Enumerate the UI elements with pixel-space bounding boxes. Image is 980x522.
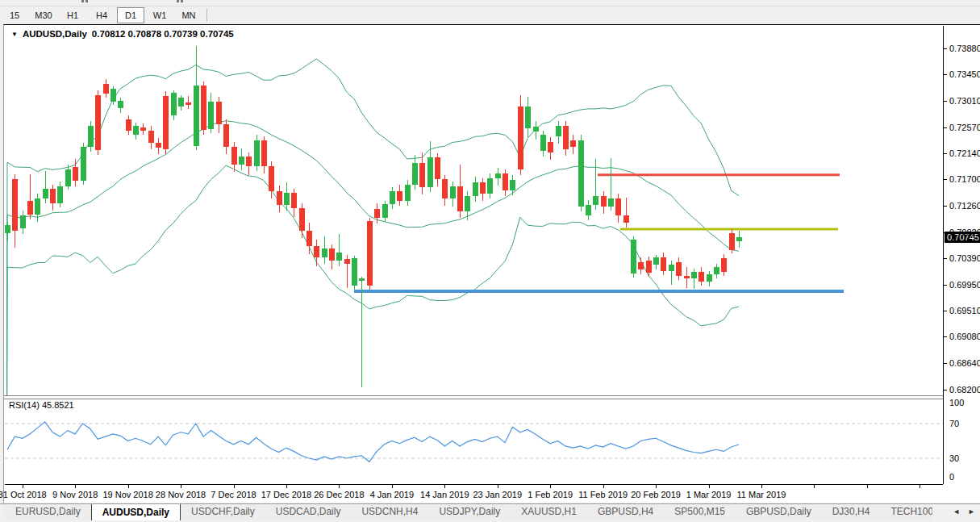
date-tick xyxy=(286,485,287,488)
axis-tick xyxy=(944,101,947,102)
tf-button-h4[interactable]: H4 xyxy=(88,7,115,23)
price-axis-label: 0.73450 xyxy=(949,69,980,79)
candle xyxy=(88,121,94,151)
date-label: 4 Jan 2019 xyxy=(370,490,414,499)
chart-symbol-label: AUDUSD,Daily xyxy=(23,29,87,39)
candle xyxy=(148,126,154,148)
axis-tick xyxy=(944,390,947,390)
tab-gbpusd-h4[interactable]: GBPUSD,H4 xyxy=(587,504,664,520)
date-label: 9 Nov 2018 xyxy=(52,490,98,499)
toolbar-icon-remnant xyxy=(177,0,179,2)
candle xyxy=(216,97,222,133)
tab-gbpusd-daily[interactable]: GBPUSD,Daily xyxy=(736,504,822,520)
price-axis-label: 0.73010 xyxy=(949,96,980,106)
rsi-indicator-canvas[interactable] xyxy=(5,398,943,484)
candle xyxy=(601,191,607,214)
date-tick xyxy=(761,485,762,488)
candle xyxy=(405,180,411,205)
tf-button-w1[interactable]: W1 xyxy=(146,7,173,23)
candle xyxy=(81,143,86,185)
tf-button-m30[interactable]: M30 xyxy=(30,7,57,23)
candle xyxy=(254,135,260,171)
chevron-down-icon[interactable]: ▼ xyxy=(11,31,18,38)
tf-button-h1[interactable]: H1 xyxy=(59,7,86,23)
candle xyxy=(548,137,553,160)
timeframe-toolbar: 15M30H1H4D1W1MN xyxy=(0,6,980,23)
candle xyxy=(186,96,191,109)
date-tick xyxy=(234,485,235,488)
candle xyxy=(495,168,501,186)
date-tick xyxy=(392,485,393,488)
tab-usdcnh-h4[interactable]: USDCNH,H4 xyxy=(351,504,428,520)
tab-sp500-m15[interactable]: SP500,M15 xyxy=(664,504,736,520)
date-label: 7 Dec 2018 xyxy=(211,490,256,499)
candle xyxy=(435,153,440,186)
scroll-tabs-left-icon[interactable]: ◄ xyxy=(953,507,960,516)
candle xyxy=(646,257,652,277)
candle xyxy=(322,236,327,264)
candle xyxy=(390,187,395,209)
candle xyxy=(707,271,712,286)
candle xyxy=(336,234,342,266)
tab-dj30-h4[interactable]: DJ30,H4 xyxy=(822,504,881,520)
axis-tick xyxy=(944,258,947,259)
candle xyxy=(412,155,418,189)
candle xyxy=(344,255,350,289)
tf-button-mn[interactable]: MN xyxy=(175,7,202,23)
candle xyxy=(450,182,456,207)
axis-tick xyxy=(944,232,947,233)
symbol-tab-bar: EURUSD,DailyAUDUSD,DailyUSDCHF,DailyUSDC… xyxy=(0,503,980,522)
price-axis-label: 0.70820 xyxy=(949,228,980,237)
tab-usdcad-daily[interactable]: USDCAD,Daily xyxy=(265,504,352,520)
candle xyxy=(231,142,237,171)
tab-usdchf-daily[interactable]: USDCHF,Daily xyxy=(181,504,265,520)
candle xyxy=(631,236,636,278)
candle xyxy=(419,152,425,194)
candle xyxy=(208,93,214,134)
date-axis[interactable]: 31 Oct 20189 Nov 201819 Nov 201828 Nov 2… xyxy=(5,484,943,503)
candle xyxy=(382,201,388,223)
trading-platform-window: 15M30H1H4D1W1MN ▼ AUDUSD,Daily 0.70812 0… xyxy=(0,0,980,522)
price-axis-label: 0.70390 xyxy=(949,253,980,263)
tab-audusd-daily[interactable]: AUDUSD,Daily xyxy=(91,504,181,520)
date-tick xyxy=(339,485,340,488)
price-axis-label: 0.72140 xyxy=(949,148,980,158)
tab-xauusd-h1[interactable]: XAUUSD,H1 xyxy=(511,504,587,520)
candle xyxy=(246,152,252,175)
price-chart-canvas[interactable] xyxy=(5,26,943,395)
axis-tick xyxy=(944,179,947,180)
candle xyxy=(126,115,131,135)
tab-eurusd-daily[interactable]: EURUSD,Daily xyxy=(5,504,91,520)
candle xyxy=(20,211,26,235)
axis-tick xyxy=(944,48,947,49)
candle xyxy=(676,257,682,280)
date-label: 28 Nov 2018 xyxy=(156,490,206,499)
candle xyxy=(518,95,523,174)
date-label: 1 Mar 2019 xyxy=(686,490,732,499)
candle xyxy=(533,121,539,140)
scroll-tabs-right-icon[interactable]: ► xyxy=(968,507,975,516)
date-tick xyxy=(867,485,868,488)
tab-tech100-h1[interactable]: TECH100,H1 xyxy=(880,504,932,520)
date-label: 1 Feb 2019 xyxy=(528,490,573,499)
toolbar-icon-remnant xyxy=(181,0,183,2)
candle xyxy=(35,194,40,223)
tab-usdjpy-daily[interactable]: USDJPY,Daily xyxy=(428,504,511,520)
toolbar-icon-remnant xyxy=(85,0,88,2)
date-tick xyxy=(23,485,23,488)
candle xyxy=(397,185,402,205)
candle xyxy=(578,135,584,211)
candle xyxy=(50,185,56,211)
candle xyxy=(570,135,576,154)
tf-button-d1[interactable]: D1 xyxy=(117,7,144,23)
axis-tick xyxy=(944,206,947,207)
candle xyxy=(699,267,704,286)
price-axis[interactable]: 0.70745 0.738800.734500.730100.725700.72… xyxy=(943,26,980,484)
price-axis-label: 0.69080 xyxy=(949,332,980,341)
candle xyxy=(540,131,546,157)
candle xyxy=(73,159,78,186)
tf-button-15[interactable]: 15 xyxy=(1,7,28,23)
candle xyxy=(133,123,139,140)
candle xyxy=(178,95,184,111)
date-label: 17 Dec 2018 xyxy=(261,490,311,499)
